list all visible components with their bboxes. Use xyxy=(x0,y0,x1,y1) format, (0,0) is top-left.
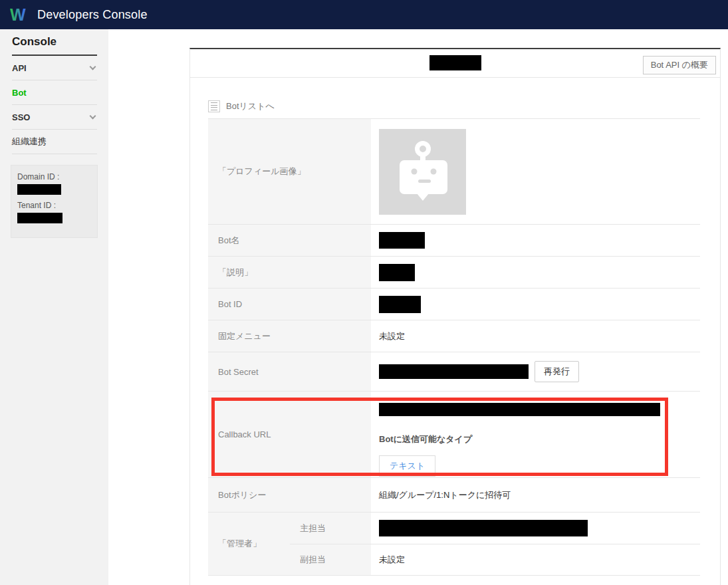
admin-secondary-row: 副担当 未設定 xyxy=(290,544,700,575)
row-label: 「プロフィール画像」 xyxy=(208,119,371,224)
admin-primary-label: 主担当 xyxy=(290,513,371,544)
chevron-down-icon xyxy=(90,112,96,119)
list-icon xyxy=(208,100,220,112)
sidebar-item-org-link[interactable]: 組織連携 xyxy=(12,130,97,154)
table-row-profile-image: 「プロフィール画像」 xyxy=(208,119,700,225)
main-panel: Bot API の概要 Botリストへ 「プロフィール画像」 xyxy=(189,48,721,585)
bot-id-redacted-value xyxy=(379,296,421,313)
back-to-bot-list-link[interactable]: Botリストへ xyxy=(208,100,275,112)
chevron-down-icon xyxy=(90,63,96,70)
admin-secondary-label: 副担当 xyxy=(290,544,371,575)
table-row-bot-id: Bot ID xyxy=(208,289,700,320)
works-logo-icon: W xyxy=(10,6,30,24)
sidebar: Console API Bot SSO 組織連携 Domain ID : Ten… xyxy=(0,29,108,585)
bot-secret-redacted-value xyxy=(379,364,529,379)
row-label: Bot ID xyxy=(208,289,371,320)
back-link-label: Botリストへ xyxy=(226,100,275,112)
top-navbar: W Developers Console xyxy=(0,0,728,29)
callback-type-text-button[interactable]: テキスト xyxy=(379,455,435,477)
domain-id-label: Domain ID : xyxy=(17,172,91,181)
tenant-id-label: Tenant ID : xyxy=(17,201,91,210)
bot-avatar-placeholder-image xyxy=(379,129,466,215)
table-row-callback-url: Callback URL Botに送信可能なタイプ テキスト xyxy=(208,392,700,478)
bot-api-overview-button[interactable]: Bot API の概要 xyxy=(643,56,716,74)
description-redacted-value xyxy=(379,264,415,281)
table-row-bot-name: Bot名 xyxy=(208,225,700,257)
sidebar-heading: Console xyxy=(12,29,97,56)
sidebar-item-label: 組織連携 xyxy=(12,136,47,148)
callback-types-heading: Botに送信可能なタイプ xyxy=(379,433,472,445)
row-label: Bot Secret xyxy=(208,352,371,391)
bot-policy-value: 組織/グループ/1:Nトークに招待可 xyxy=(371,478,700,512)
row-label: 「説明」 xyxy=(208,257,371,288)
bot-detail-table: 「プロフィール画像」 Bot名 xyxy=(208,118,700,576)
table-row-description: 「説明」 xyxy=(208,257,700,289)
reissue-secret-button[interactable]: 再発行 xyxy=(535,361,579,382)
table-row-bot-policy: Botポリシー 組織/グループ/1:Nトークに招待可 xyxy=(208,478,700,513)
sidebar-item-api[interactable]: API xyxy=(12,56,97,80)
sidebar-item-label: SSO xyxy=(12,112,30,122)
sidebar-item-sso[interactable]: SSO xyxy=(12,105,97,130)
sidebar-item-label: Bot xyxy=(12,88,27,98)
admin-secondary-value: 未設定 xyxy=(371,544,700,575)
domain-id-redacted-value xyxy=(17,184,61,195)
bot-title-redacted-value xyxy=(429,55,481,70)
admin-primary-redacted-value xyxy=(379,520,588,536)
tenant-info-box: Domain ID : Tenant ID : xyxy=(11,165,98,238)
table-row-admin: 「管理者」 主担当 副担当 未設定 xyxy=(208,513,700,576)
row-label: Botポリシー xyxy=(208,478,371,512)
table-row-fixed-menu: 固定メニュー 未設定 xyxy=(208,320,700,352)
row-label: Callback URL xyxy=(208,392,371,477)
row-label: Bot名 xyxy=(208,225,371,256)
tenant-id-redacted-value xyxy=(17,213,62,223)
app-title: Developers Console xyxy=(37,8,148,22)
row-label: 「管理者」 xyxy=(208,513,290,575)
sidebar-item-bot[interactable]: Bot xyxy=(12,80,97,105)
sidebar-item-label: API xyxy=(12,63,27,73)
fixed-menu-value: 未設定 xyxy=(371,320,700,352)
row-label: 固定メニュー xyxy=(208,320,371,352)
svg-text:W: W xyxy=(10,6,26,24)
bot-name-redacted-value xyxy=(379,232,425,249)
admin-primary-row: 主担当 xyxy=(290,513,700,544)
page-header: Bot API の概要 xyxy=(190,49,720,78)
callback-url-redacted-value xyxy=(379,403,660,416)
table-row-bot-secret: Bot Secret 再発行 xyxy=(208,352,700,392)
